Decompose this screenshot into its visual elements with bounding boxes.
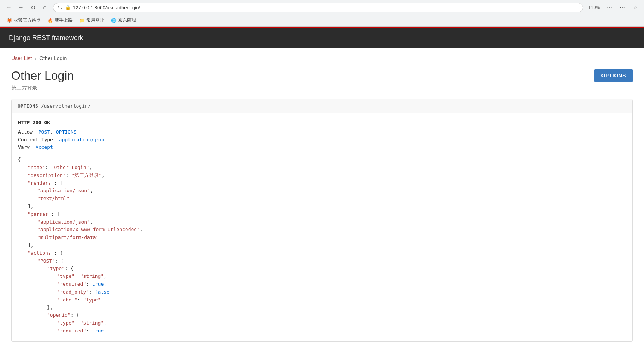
json-openid-key: "openid" <box>47 312 71 318</box>
json-type-readonly-key: "read_only" <box>57 289 89 295</box>
json-openid-required-key: "required" <box>57 328 86 334</box>
json-desc-val: "第三方登录" <box>71 172 102 178</box>
json-type-type-val: "string" <box>80 273 104 279</box>
json-renders-key: "renders" <box>28 180 54 186</box>
content-type-header: Content-Type: application/json <box>18 136 626 144</box>
app-header: Django REST framework <box>0 28 644 48</box>
json-renders-line: "renders": [ <box>18 180 626 187</box>
bookmark-common[interactable]: 📁 常用网址 <box>76 16 107 25</box>
json-openid-required-val: true <box>92 328 104 334</box>
json-type-label-val: "Type" <box>83 297 101 303</box>
json-parse1-val: "application/json" <box>37 219 90 225</box>
json-parse2: "application/x-www-form-urlencoded", <box>18 226 626 234</box>
json-render1: "application/json", <box>18 187 626 195</box>
json-openid-required-line: "required": true, <box>18 327 626 335</box>
request-method: OPTIONS <box>18 103 38 109</box>
json-openid-line: "openid": { <box>18 312 626 319</box>
options-button[interactable]: OPTIONS <box>594 69 633 82</box>
page-title-section: Other Login 第三方登录 <box>11 69 74 92</box>
json-parse3: "multipart/form-data" <box>18 234 626 242</box>
json-type-required-val: true <box>92 281 104 287</box>
bookmark-foxofficial-label: 火狐官方站点 <box>14 17 41 24</box>
json-actions-line: "actions": { <box>18 249 626 257</box>
zoom-level: 110% <box>586 4 602 11</box>
bookmark-jd[interactable]: 🌐 京东商城 <box>108 16 139 25</box>
json-type-type-line: "type": "string", <box>18 273 626 280</box>
browser-actions: 110% ⋯ ⋯ ☆ <box>586 2 640 13</box>
main-content: User List / Other Login Other Login 第三方登… <box>0 48 644 355</box>
json-actions-key: "actions" <box>28 250 54 256</box>
json-desc-key: "description" <box>28 172 66 178</box>
browser-toolbar: ← → ↻ ⌂ 🛡 🔒 110% ⋯ ⋯ ☆ <box>0 0 644 15</box>
content-type-value: application/json <box>59 137 106 142</box>
browser-chrome: ← → ↻ ⌂ 🛡 🔒 110% ⋯ ⋯ ☆ 🦊 火狐官方站点 🔥 新手上路 📁… <box>0 0 644 27</box>
content-type-label: Content-Type: <box>18 137 56 142</box>
json-type-outer-key: "type" <box>47 266 65 271</box>
json-type-close: }, <box>18 304 626 312</box>
json-type-type-key: "type" <box>57 273 74 279</box>
json-type-label-key: "label" <box>57 297 77 303</box>
json-render1-val: "application/json" <box>37 188 90 193</box>
framework-title: Django REST framework <box>9 34 83 42</box>
json-renders-close: ], <box>18 203 626 211</box>
globe-icon: 🌐 <box>111 18 117 23</box>
vary-header: Vary: Accept <box>18 144 626 151</box>
folder-icon: 📁 <box>79 18 85 23</box>
breadcrumb-current: Other Login <box>39 55 67 61</box>
back-button[interactable]: ← <box>4 2 14 13</box>
json-parses-close: ], <box>18 242 626 249</box>
allow-post: POST <box>38 129 50 135</box>
secure-lock-icon: 🔒 <box>65 5 71 10</box>
breadcrumb: User List / Other Login <box>11 55 633 61</box>
address-bar-input[interactable] <box>73 5 578 10</box>
page-title: Other Login <box>11 69 74 83</box>
json-desc-line: "description": "第三方登录", <box>18 172 626 180</box>
more-menu-button[interactable]: ⋯ <box>617 2 628 13</box>
allow-label: Allow: <box>18 129 36 135</box>
bookmark-common-label: 常用网址 <box>86 17 104 24</box>
forward-button[interactable]: → <box>16 2 26 13</box>
json-name-line: "name": "Other Login", <box>18 164 626 172</box>
json-type-required-key: "required" <box>57 281 86 287</box>
allow-header: Allow: POST, OPTIONS <box>18 128 626 136</box>
allow-options: OPTIONS <box>56 129 77 135</box>
vary-label: Vary: <box>18 144 33 150</box>
json-openid-type-line: "type": "string", <box>18 319 626 327</box>
response-status: HTTP 200 OK <box>18 119 626 127</box>
json-post-key: "POST" <box>37 258 55 264</box>
json-post-line: "POST": { <box>18 257 626 265</box>
request-path-value: /user/otherlogin/ <box>41 103 91 109</box>
bookmarks-bar: 🦊 火狐官方站点 🔥 新手上路 📁 常用网址 🌐 京东商城 <box>0 15 644 26</box>
reload-button[interactable]: ↻ <box>28 2 38 13</box>
json-parse2-val: "application/x-www-form-urlencoded" <box>37 227 140 232</box>
bookmark-jd-label: 京东商城 <box>118 17 136 24</box>
json-render2: "text/html" <box>18 195 626 203</box>
json-open-brace: { <box>18 156 626 164</box>
json-type-readonly-val: false <box>95 289 110 295</box>
bookmark-foxofficial[interactable]: 🦊 火狐官方站点 <box>4 16 44 25</box>
fire-icon: 🔥 <box>47 18 53 23</box>
breadcrumb-separator: / <box>35 55 36 61</box>
home-button[interactable]: ⌂ <box>40 2 50 13</box>
extensions-button[interactable]: ⋯ <box>604 2 615 13</box>
json-name-key: "name" <box>28 165 45 170</box>
vary-value: Accept <box>36 144 53 150</box>
json-body: { "name": "Other Login", "description": … <box>18 156 626 335</box>
bookmark-newuser-label: 新手上路 <box>55 17 73 24</box>
json-type-readonly-line: "read_only": false, <box>18 288 626 296</box>
address-bar-container[interactable]: 🛡 🔒 <box>53 3 583 12</box>
fox-icon: 🦊 <box>7 18 12 23</box>
page-subtitle: 第三方登录 <box>11 85 74 92</box>
json-name-val: "Other Login" <box>51 165 89 170</box>
json-parses-key: "parses" <box>28 211 51 217</box>
json-render2-val: "text/html" <box>37 196 70 201</box>
request-line: OPTIONS /user/otherlogin/ <box>12 99 632 113</box>
comma: , <box>50 129 53 135</box>
bookmark-newuser[interactable]: 🔥 新手上路 <box>44 16 76 25</box>
security-shield-icon: 🛡 <box>58 5 63 10</box>
nav-buttons: ← → ↻ ⌂ <box>4 2 50 13</box>
json-parse1: "application/json", <box>18 218 626 226</box>
json-type-outer-line: "type": { <box>18 265 626 273</box>
bookmark-star-button[interactable]: ☆ <box>630 2 640 13</box>
breadcrumb-user-list-link[interactable]: User List <box>11 55 32 61</box>
